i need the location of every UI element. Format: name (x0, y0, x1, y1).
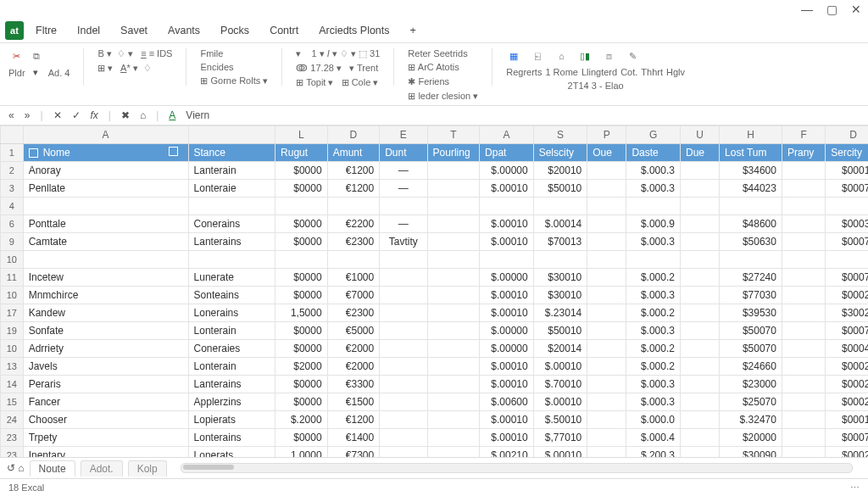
cell[interactable] (782, 376, 825, 393)
menu-tab[interactable]: Contrt (261, 21, 307, 40)
cell[interactable] (380, 447, 427, 458)
cell[interactable]: $.000.2 (626, 304, 681, 322)
cell[interactable] (782, 429, 825, 447)
cell[interactable] (427, 376, 480, 393)
cell[interactable]: $.000.2 (626, 269, 681, 287)
cell[interactable] (680, 215, 719, 233)
cell[interactable] (587, 180, 626, 198)
row-header[interactable]: 13 (1, 358, 24, 376)
cell[interactable] (427, 340, 480, 358)
cell[interactable] (587, 304, 626, 322)
cell[interactable]: $.00010 (533, 358, 587, 376)
cell[interactable]: — (380, 180, 427, 198)
cell[interactable]: $27240 (720, 269, 782, 287)
cell[interactable] (533, 198, 587, 215)
cell[interactable]: $.000.0 (626, 411, 681, 429)
cell[interactable]: Lonerains (188, 304, 275, 322)
cell[interactable] (380, 429, 427, 447)
cell[interactable]: €7300 (327, 447, 380, 458)
column-header[interactable]: G (626, 126, 681, 144)
row-header[interactable]: 6 (1, 215, 24, 233)
insert-icon[interactable]: ▦ (506, 48, 521, 64)
menu-tab[interactable]: Fltre (27, 21, 65, 40)
cell[interactable] (380, 358, 427, 376)
cell[interactable]: €2300 (327, 304, 380, 322)
cell[interactable] (782, 322, 825, 340)
row-header[interactable]: 19 (1, 322, 24, 340)
cell[interactable] (380, 376, 427, 393)
filter-header[interactable]: Daste (626, 144, 681, 162)
cell[interactable]: $.00010 (480, 358, 534, 376)
cell[interactable]: Applerzins (188, 393, 275, 411)
ribbon-btn[interactable]: Cot. (620, 67, 637, 77)
column-header[interactable]: A (23, 126, 188, 144)
cell[interactable]: €2300 (327, 233, 380, 251)
cell[interactable]: Ponttale (23, 215, 188, 233)
cell[interactable]: $00023 (826, 447, 868, 458)
column-header[interactable]: D (826, 126, 868, 144)
cell[interactable] (380, 340, 427, 358)
cell[interactable]: $30024 (826, 304, 868, 322)
cell[interactable]: €1200 (327, 180, 380, 198)
cell[interactable]: $.32470 (720, 411, 782, 429)
cell[interactable] (427, 411, 480, 429)
cell[interactable]: $70013 (533, 233, 587, 251)
cell[interactable] (587, 287, 626, 304)
cell[interactable]: €2000 (327, 358, 380, 376)
cell[interactable] (587, 411, 626, 429)
cell[interactable]: $20014 (533, 340, 587, 358)
sort-icon[interactable]: ▯▮ (577, 48, 593, 64)
cell[interactable]: Lanterains (188, 233, 275, 251)
accept-icon[interactable]: ✓ (72, 109, 81, 121)
cell[interactable]: Penllate (23, 180, 188, 198)
row-header[interactable]: 11 (1, 269, 24, 287)
cell[interactable]: Lonteraie (188, 180, 275, 198)
filter-header[interactable]: Pourling (427, 144, 480, 162)
cell[interactable]: $.00000 (480, 269, 534, 287)
cell[interactable] (782, 304, 825, 322)
column-header[interactable] (1, 126, 24, 144)
column-header[interactable]: S (533, 126, 587, 144)
ribbon-label[interactable]: Fmile (200, 48, 223, 59)
cell[interactable]: Incetew (23, 269, 188, 287)
column-header[interactable]: F (782, 126, 825, 144)
cell[interactable] (380, 322, 427, 340)
filter-header[interactable]: Lost Tum (720, 144, 782, 162)
cell[interactable]: $.00000 (480, 322, 534, 340)
cell[interactable]: $00023 (826, 376, 868, 393)
cell[interactable] (680, 269, 719, 287)
cell[interactable]: $.200.3 (626, 447, 681, 458)
cell[interactable] (427, 180, 480, 198)
cell[interactable]: Lopierats (188, 411, 275, 429)
cell[interactable]: €1200 (327, 411, 380, 429)
column-header[interactable]: L (275, 126, 328, 144)
cell[interactable]: $0000 (275, 162, 328, 180)
cell[interactable]: $23000 (720, 376, 782, 393)
cell[interactable]: $.000.2 (626, 340, 681, 358)
nav-left-icon[interactable]: « (8, 109, 14, 121)
cell[interactable]: Mnmchirce (23, 287, 188, 304)
cell[interactable] (782, 162, 825, 180)
cell[interactable]: $.00010 (480, 411, 534, 429)
qb-icon[interactable]: A (169, 109, 175, 121)
cell[interactable] (680, 304, 719, 322)
spreadsheet-grid[interactable]: ALDETASPGUHFD 1NomeStanceRugutAmuntDuntP… (0, 125, 868, 457)
cell[interactable]: $00024 (826, 358, 868, 376)
cell[interactable]: $.000.3 (626, 162, 681, 180)
cell[interactable]: $.00600 (480, 393, 534, 411)
cell[interactable]: $50630 (720, 233, 782, 251)
cell[interactable] (626, 251, 681, 269)
cell[interactable]: $.000.3 (626, 376, 681, 393)
cell[interactable]: $.00210 (480, 447, 534, 458)
menu-tab[interactable]: Savet (112, 21, 156, 40)
row-header[interactable]: 1 (1, 144, 24, 162)
cell[interactable]: $30010 (533, 287, 587, 304)
cell[interactable]: Trpety (23, 429, 188, 447)
cell[interactable]: Lonterain (188, 322, 275, 340)
cell[interactable]: $30010 (533, 269, 587, 287)
copy-icon[interactable]: ⧉ (29, 48, 44, 64)
ribbon-btn[interactable]: Hglv (666, 67, 685, 77)
cell[interactable]: $20000 (720, 429, 782, 447)
cell[interactable] (680, 411, 719, 429)
cell[interactable]: $00077 (826, 180, 868, 198)
